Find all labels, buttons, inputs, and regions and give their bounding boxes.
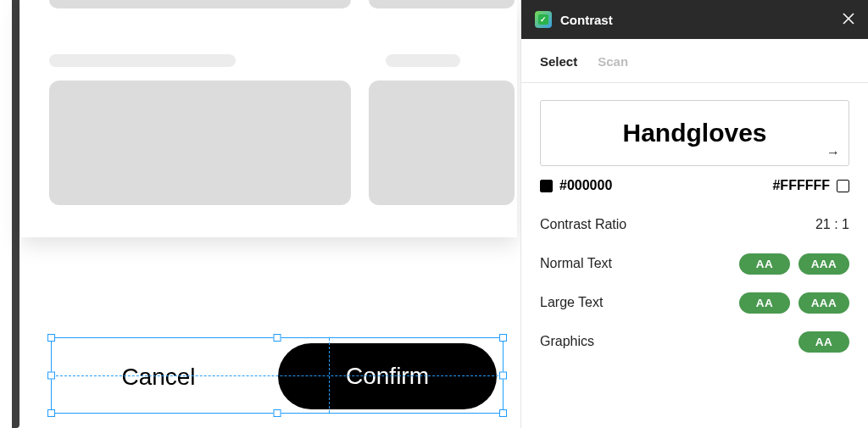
close-icon[interactable] <box>843 13 854 27</box>
selection-frame[interactable] <box>51 337 504 414</box>
resize-handle-bottom-mid[interactable] <box>274 409 281 417</box>
resize-handle-top-mid[interactable] <box>274 334 281 342</box>
bg-color-value: #FFFFFF <box>772 178 830 193</box>
large-aaa-badge: AAA <box>798 292 849 314</box>
placeholder-pill <box>49 54 236 67</box>
tab-select[interactable]: Select <box>540 54 577 69</box>
preview-text: Handgloves <box>622 119 766 147</box>
large-aa-badge: AA <box>739 292 790 314</box>
placeholder-card <box>49 81 351 205</box>
normal-text-label: Normal Text <box>540 256 612 271</box>
normal-aa-badge: AA <box>739 253 790 275</box>
fg-swatch-icon <box>540 180 553 192</box>
contrast-app-icon <box>535 11 552 28</box>
bg-swatch-icon <box>837 180 849 192</box>
row-graphics: Graphics AA <box>540 322 849 361</box>
ratio-value: 21 : 1 <box>815 217 849 232</box>
graphics-label: Graphics <box>540 334 594 349</box>
tab-scan[interactable]: Scan <box>598 54 628 69</box>
normal-aaa-badge: AAA <box>798 253 849 275</box>
placeholder-block <box>369 0 515 8</box>
resize-handle-bottom-left[interactable] <box>47 409 55 417</box>
ratio-label: Contrast Ratio <box>540 217 626 232</box>
graphics-aa-badge: AA <box>798 331 849 353</box>
contrast-preview[interactable]: Handgloves → <box>540 100 849 166</box>
tabs: Select Scan <box>521 39 868 83</box>
color-swatches: #000000 #FFFFFF <box>521 171 868 197</box>
large-text-label: Large Text <box>540 295 603 310</box>
arrow-right-icon[interactable]: → <box>826 145 840 160</box>
design-canvas[interactable]: Cancel Confirm <box>0 0 520 428</box>
resize-handle-top-left[interactable] <box>47 334 55 342</box>
background-swatch[interactable]: #FFFFFF <box>772 178 849 193</box>
placeholder-pill <box>386 54 460 67</box>
row-normal-text: Normal Text AA AAA <box>540 244 849 283</box>
horizontal-guide <box>52 375 503 376</box>
contrast-metrics: Contrast Ratio 21 : 1 Normal Text AA AAA… <box>521 197 868 370</box>
placeholder-block <box>49 0 351 8</box>
resize-handle-top-right[interactable] <box>499 334 507 342</box>
panel-header: Contrast <box>521 0 868 39</box>
resize-handle-bottom-right[interactable] <box>499 409 507 417</box>
row-contrast-ratio: Contrast Ratio 21 : 1 <box>540 205 849 244</box>
resize-handle-mid-right[interactable] <box>499 372 507 380</box>
panel-title: Contrast <box>560 13 834 27</box>
contrast-panel: Contrast Select Scan Handgloves → #00000… <box>520 0 868 428</box>
fg-color-value: #000000 <box>559 178 612 193</box>
foreground-swatch[interactable]: #000000 <box>540 178 612 193</box>
phone-edge <box>12 0 19 428</box>
placeholder-card <box>369 81 515 205</box>
row-large-text: Large Text AA AAA <box>540 283 849 322</box>
resize-handle-mid-left[interactable] <box>47 372 55 380</box>
